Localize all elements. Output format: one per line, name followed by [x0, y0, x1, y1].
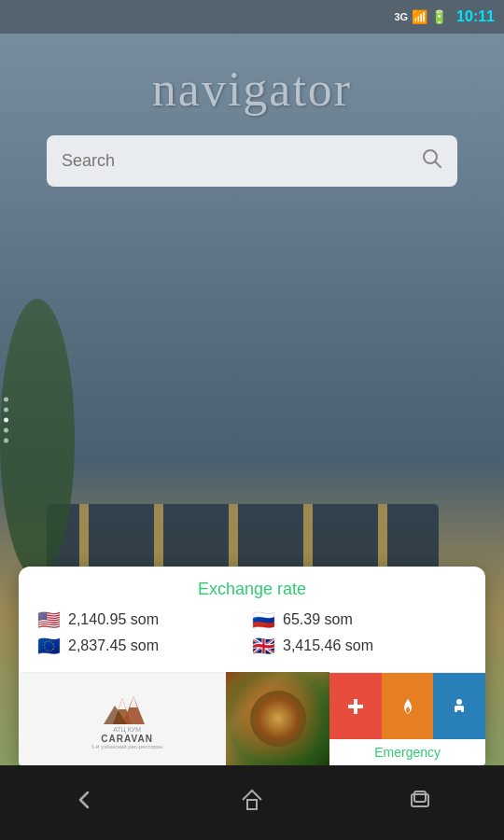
time-display: 10:11	[456, 8, 495, 25]
value-eur: 2,837.45 som	[68, 637, 159, 654]
flag-usd: 🇺🇸	[37, 610, 61, 629]
caravan-desc: 1-й узбекский рес-ресторан	[91, 744, 163, 749]
svg-marker-5	[119, 698, 126, 709]
recents-icon	[407, 787, 433, 819]
fire-icon	[399, 697, 417, 716]
home-icon	[239, 787, 265, 819]
bottom-tiles: АТЦ КУМ CARAVAN 1-й узбекский рес-рестор…	[19, 672, 485, 765]
signal-icon: 📶	[412, 9, 427, 24]
value-gbp: 3,415.46 som	[283, 637, 373, 654]
emergency-cross-cell	[329, 673, 382, 739]
exchange-gbp: 🇬🇧 3,415.46 som	[252, 637, 467, 655]
exchange-eur: 🇪🇺 2,837.45 som	[37, 637, 252, 655]
tile-caravan[interactable]: АТЦ КУМ CARAVAN 1-й узбекский рес-рестор…	[19, 672, 226, 765]
svg-rect-13	[247, 800, 257, 809]
svg-line-1	[436, 162, 441, 168]
flag-rub: 🇷🇺	[252, 610, 275, 629]
person-icon	[450, 697, 469, 716]
search-bar[interactable]	[47, 135, 457, 187]
food-decoration	[226, 672, 329, 765]
flag-eur: 🇪🇺	[37, 637, 61, 655]
exchange-rate-title: Exchange rate	[37, 580, 467, 599]
exchange-row-2: 🇪🇺 2,837.45 som 🇬🇧 3,415.46 som	[37, 637, 467, 655]
status-icons: 3G 📶 🔋 10:11	[394, 8, 495, 25]
emergency-fire-cell	[382, 673, 434, 739]
network-label: 3G	[394, 11, 408, 22]
value-usd: 2,140.95 som	[68, 611, 159, 628]
cross-icon	[346, 697, 365, 716]
value-rub: 65.39 som	[283, 611, 353, 628]
svg-marker-6	[130, 696, 137, 707]
caravan-label: CARAVAN	[101, 734, 153, 744]
tile-food[interactable]	[226, 672, 329, 765]
app-title-text: navigator	[152, 63, 352, 116]
emergency-person-cell	[433, 673, 485, 739]
app-title-container: navigator	[0, 34, 504, 117]
emergency-label: Emergency	[329, 739, 485, 765]
svg-rect-8	[348, 705, 363, 708]
caravan-logo: АТЦ КУМ CARAVAN 1-й узбекский рес-рестор…	[82, 689, 163, 749]
exchange-row-1: 🇺🇸 2,140.95 som 🇷🇺 65.39 som	[37, 610, 467, 629]
emergency-icons	[329, 673, 485, 739]
battery-icon: 🔋	[431, 9, 447, 24]
svg-point-9	[456, 699, 462, 705]
bottom-card: Exchange rate 🇺🇸 2,140.95 som 🇷🇺 65.39 s…	[19, 567, 485, 765]
back-icon	[71, 787, 97, 819]
search-icon	[422, 148, 442, 174]
search-input[interactable]	[62, 151, 413, 171]
flag-gbp: 🇬🇧	[252, 637, 275, 655]
tile-emergency[interactable]: Emergency	[329, 672, 485, 765]
nav-home-button[interactable]	[224, 784, 280, 821]
svg-rect-12	[456, 706, 462, 710]
caravan-sublabel: АТЦ КУМ	[113, 726, 141, 734]
exchange-usd: 🇺🇸 2,140.95 som	[37, 610, 252, 629]
exchange-rub: 🇷🇺 65.39 som	[252, 610, 467, 629]
nav-recents-button[interactable]	[392, 784, 448, 821]
nav-back-button[interactable]	[56, 784, 112, 821]
svg-rect-15	[414, 791, 426, 802]
exchange-rate-section: Exchange rate 🇺🇸 2,140.95 som 🇷🇺 65.39 s…	[19, 567, 485, 672]
status-bar: 3G 📶 🔋 10:11	[0, 0, 504, 34]
main-content: navigator Exchange rate 🇺🇸 2,140.95 som …	[0, 34, 504, 765]
caravan-peaks-icon	[104, 689, 150, 726]
nav-bar	[0, 765, 504, 840]
